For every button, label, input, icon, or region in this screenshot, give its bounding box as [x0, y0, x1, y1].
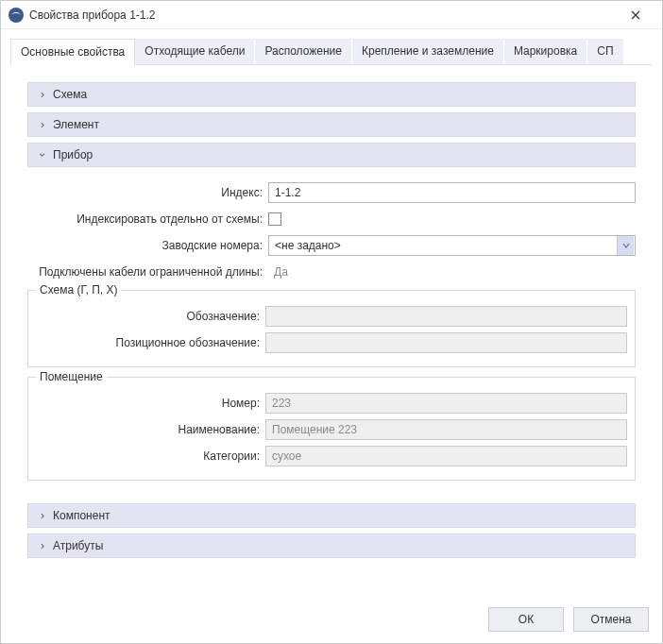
section-attributes-title: Атрибуты: [53, 539, 103, 552]
row-designation: Обозначение:: [36, 304, 627, 329]
group-schema-title: Схема (Г, П, Х): [36, 283, 121, 297]
tab-sp[interactable]: СП: [587, 39, 623, 64]
section-device-title: Прибор: [53, 148, 93, 161]
index-input[interactable]: [268, 182, 636, 203]
designation-label: Обозначение:: [36, 310, 265, 323]
chevron-down-icon: ›: [36, 148, 49, 161]
tab-outgoing-cables[interactable]: Отходящие кабели: [135, 39, 255, 64]
chevron-right-icon: ›: [36, 539, 49, 552]
app-icon: [8, 8, 24, 23]
titlebar: Свойства прибора 1-1.2: [1, 1, 662, 29]
tabstrip: Основные свойства Отходящие кабели Распо…: [10, 39, 653, 65]
tab-body: › Схема › Элемент › Прибор Индекс:: [10, 65, 653, 596]
close-icon: [631, 10, 640, 20]
room-name-field: Помещение 223: [265, 419, 627, 440]
chevron-down-icon: [622, 242, 630, 249]
factory-value: <не задано>: [275, 239, 341, 252]
index-label: Индекс:: [27, 186, 268, 199]
tab-main-properties[interactable]: Основные свойства: [10, 39, 135, 65]
window-title: Свойства прибора 1-1.2: [29, 8, 617, 22]
index-separate-checkbox[interactable]: [268, 212, 281, 226]
dropdown-button[interactable]: [617, 236, 634, 255]
pos-designation-field: [265, 332, 627, 353]
row-room-name: Наименование: Помещение 223: [36, 417, 627, 442]
section-component: › Компонент: [27, 503, 636, 528]
tab-marking[interactable]: Маркировка: [504, 39, 587, 64]
section-attributes-header[interactable]: › Атрибуты: [27, 534, 636, 558]
chevron-right-icon: ›: [36, 509, 49, 522]
index-separate-label: Индексировать отдельно от схемы:: [27, 212, 268, 226]
room-category-label: Категории:: [36, 449, 265, 463]
dialog-window: Свойства прибора 1-1.2 Основные свойства…: [0, 0, 663, 644]
group-room-title: Помещение: [36, 370, 107, 383]
section-component-header[interactable]: › Компонент: [27, 503, 636, 528]
limited-value: Да: [268, 265, 288, 279]
row-pos-designation: Позиционное обозначение:: [36, 330, 627, 355]
group-schema-gpx: Схема (Г, П, Х) Обозначение: Позиционное…: [27, 290, 636, 367]
section-device-header[interactable]: › Прибор: [27, 143, 636, 167]
section-attributes: › Атрибуты: [27, 534, 636, 558]
row-factory-numbers: Заводские номера: <не задано>: [27, 233, 636, 258]
section-device: › Прибор Индекс: Индексировать отдельно …: [27, 143, 636, 498]
section-schema-header[interactable]: › Схема: [27, 82, 636, 107]
limited-label: Подключены кабели ограниченной длины:: [27, 265, 268, 279]
row-index: Индекс:: [27, 180, 636, 205]
pos-designation-label: Позиционное обозначение:: [36, 336, 265, 349]
room-number-field: 223: [265, 393, 627, 414]
row-room-number: Номер: 223: [36, 391, 627, 415]
chevron-right-icon: ›: [36, 118, 49, 131]
row-index-separate: Индексировать отдельно от схемы:: [27, 207, 636, 231]
factory-select[interactable]: <не задано>: [268, 235, 636, 256]
section-element-title: Элемент: [53, 118, 99, 131]
factory-label: Заводские номера:: [27, 239, 268, 252]
client-area: Основные свойства Отходящие кабели Распо…: [1, 29, 662, 596]
cancel-button[interactable]: Отмена: [573, 607, 649, 632]
ok-button[interactable]: ОК: [488, 607, 564, 632]
row-limited-cables: Подключены кабели ограниченной длины: Да: [27, 260, 636, 284]
designation-field: [265, 306, 627, 327]
section-device-body: Индекс: Индексировать отдельно от схемы:…: [27, 167, 636, 498]
section-component-title: Компонент: [53, 509, 110, 522]
room-number-label: Номер:: [36, 397, 265, 410]
tab-mount-ground[interactable]: Крепление и заземление: [352, 39, 504, 64]
section-schema-title: Схема: [53, 88, 87, 101]
section-element-header[interactable]: › Элемент: [27, 112, 636, 137]
dialog-footer: ОК Отмена: [1, 596, 662, 643]
section-element: › Элемент: [27, 112, 636, 137]
room-name-label: Наименование:: [36, 423, 265, 436]
row-room-category: Категории: сухое: [36, 444, 627, 468]
section-schema: › Схема: [27, 82, 636, 107]
room-category-field: сухое: [265, 446, 627, 466]
close-button[interactable]: [617, 2, 654, 28]
chevron-right-icon: ›: [36, 88, 49, 101]
group-room: Помещение Номер: 223 Наименование: Помещ…: [27, 377, 636, 481]
tab-placement[interactable]: Расположение: [255, 39, 352, 64]
